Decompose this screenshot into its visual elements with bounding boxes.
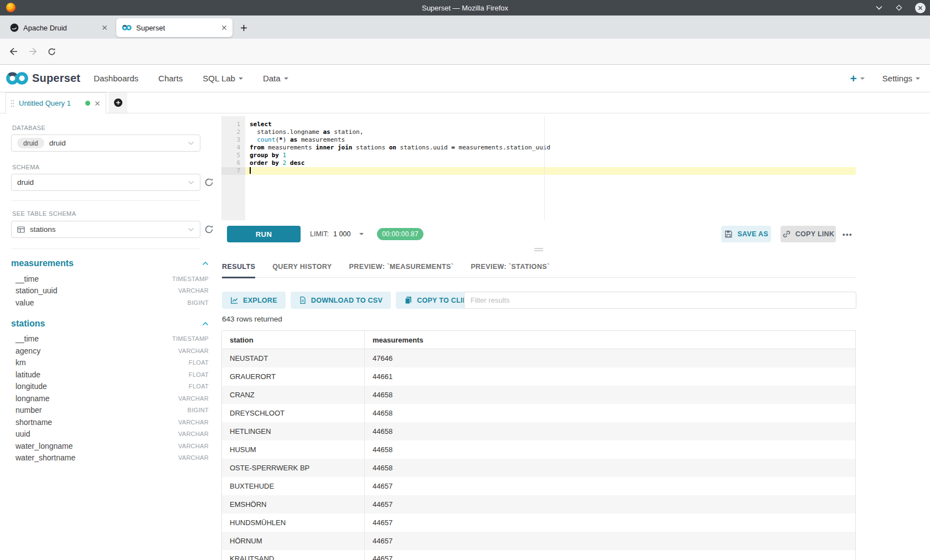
tab-preview-stations[interactable]: PREVIEW: `STATIONS` (471, 256, 549, 278)
schema-section-header[interactable]: measurements (11, 256, 209, 271)
table-schema-select[interactable]: stations (11, 221, 200, 238)
tab-results[interactable]: RESULTS (222, 256, 255, 278)
column-name: number (16, 406, 42, 414)
back-button[interactable] (7, 44, 21, 59)
cell-measurements: 44657 (365, 514, 856, 532)
chevron-up-icon[interactable] (202, 261, 209, 266)
tab-query-history[interactable]: QUERY HISTORY (272, 256, 332, 278)
query-timer-badge: 00:00:00.87 (377, 228, 423, 240)
cell-measurements: 44658 (365, 386, 856, 404)
table-row: OSTE-SPERRWERK BP44658 (222, 459, 856, 477)
limit-value: 1 000 (333, 230, 350, 238)
schema-column-row: uuidVARCHAR (11, 428, 209, 440)
column-name: agency (16, 346, 40, 355)
code-line: order by 2 desc (245, 159, 856, 167)
cell-measurements: 44658 (365, 440, 856, 459)
limit-dropdown[interactable]: LIMIT: 1 000 (310, 226, 364, 242)
chevron-up-icon[interactable] (202, 322, 209, 326)
code-line: stations.longname as station, (245, 128, 856, 136)
tab-title: Superset (136, 24, 217, 32)
table-schema-panel: measurements__timeTIMESTAMPstation_uuidV… (11, 256, 209, 464)
schema-section-header[interactable]: stations (11, 317, 209, 331)
close-query-tab-icon[interactable] (95, 101, 100, 106)
application-window: Superset — Mozilla Firefox Apache Druid (0, 0, 930, 560)
column-name: shortname (16, 418, 52, 427)
settings-label: Settings (882, 74, 912, 83)
explore-button[interactable]: EXPLORE (222, 292, 286, 309)
superset-logo[interactable]: Superset (6, 71, 80, 86)
table-row: HUSUM44658 (222, 440, 856, 459)
save-as-button[interactable]: SAVE AS (721, 226, 771, 242)
column-header-measurements[interactable]: measurements (365, 331, 856, 349)
schema-table-name: measurements (11, 258, 74, 268)
tab-preview-measurements[interactable]: PREVIEW: `MEASUREMENTS` (349, 256, 454, 278)
line-number: 3 (221, 136, 240, 144)
nav-item-charts[interactable]: Charts (158, 74, 183, 83)
schema-column-row: kmFLOAT (11, 357, 209, 369)
brand-title: Superset (32, 72, 80, 85)
explore-label: EXPLORE (243, 297, 277, 304)
chevron-down-icon (359, 233, 364, 235)
editor-code-area[interactable]: select stations.longname as station, cou… (245, 116, 856, 220)
pane-splitter-handle[interactable] (534, 248, 543, 251)
refresh-tables-icon[interactable] (204, 225, 214, 235)
table-icon (17, 226, 25, 234)
nav-item-label: Dashboards (94, 74, 138, 83)
window-titlebar: Superset — Mozilla Firefox (0, 0, 930, 15)
cell-measurements: 44658 (365, 459, 856, 477)
new-tab-button[interactable] (237, 21, 250, 34)
column-type: BIGINT (188, 407, 209, 413)
nav-item-label: Charts (158, 74, 183, 83)
table-select-value: stations (30, 225, 56, 234)
query-tab-untitled-query-1[interactable]: Untitled Query 1 (6, 92, 106, 113)
tab-close-icon[interactable] (102, 25, 107, 30)
floppy-disk-icon (724, 230, 733, 238)
schema-select[interactable]: druid (11, 174, 200, 191)
schema-column-row: longitudeFLOAT (11, 381, 209, 393)
settings-menu[interactable]: Settings (882, 74, 920, 83)
download-csv-button[interactable]: DOWNLOAD TO CSV (291, 292, 391, 309)
browser-tab-apache-druid[interactable]: Apache Druid (4, 18, 113, 37)
window-minimize-icon[interactable] (875, 5, 883, 11)
database-select[interactable]: druid druid (11, 134, 200, 152)
cell-station: HUSUM (222, 440, 365, 459)
schema-column-row: shortnameVARCHAR (11, 416, 209, 428)
table-row: BUXTEHUDE44657 (222, 477, 856, 495)
nav-item-data[interactable]: Data (263, 74, 288, 83)
cell-station: NEUSTADT (222, 349, 365, 367)
schema-column-row: latitudeFLOAT (11, 369, 209, 381)
browser-tabstrip: Apache Druid Superset (0, 15, 930, 39)
tab-close-icon[interactable] (221, 25, 227, 30)
forward-button[interactable] (25, 44, 40, 59)
text-cursor (250, 167, 251, 174)
table-row: GRAUERORT44661 (222, 367, 856, 386)
cell-measurements: 44657 (365, 550, 856, 560)
copy-link-button[interactable]: COPY LINK (781, 226, 836, 242)
nav-item-sql-lab[interactable]: SQL Lab (203, 74, 243, 83)
table-row: NEUSTADT47646 (222, 349, 856, 367)
more-options-button[interactable]: ••• (839, 226, 856, 242)
nav-item-label: Data (263, 74, 281, 83)
database-engine-pill: druid (17, 138, 44, 148)
filter-results-input[interactable] (464, 292, 856, 309)
run-button[interactable]: RUN (227, 226, 301, 242)
browser-tab-superset[interactable]: Superset (116, 18, 232, 37)
code-line: count(*) as measurements (245, 136, 856, 144)
results-tab-bar: RESULTSQUERY HISTORYPREVIEW: `MEASUREMEN… (221, 256, 856, 278)
column-type: VARCHAR (178, 287, 209, 294)
schema-column-row: agencyVARCHAR (11, 345, 209, 357)
cell-station: GRAUERORT (222, 367, 365, 386)
save-as-label: SAVE AS (737, 230, 768, 238)
window-maximize-icon[interactable] (895, 4, 903, 12)
code-line: select (245, 121, 856, 128)
nav-item-dashboards[interactable]: Dashboards (94, 74, 138, 83)
refresh-schemas-icon[interactable] (204, 178, 214, 188)
window-close-button[interactable] (915, 3, 926, 13)
new-item-button[interactable]: + (850, 73, 865, 84)
column-header-station[interactable]: station (222, 331, 365, 349)
add-query-tab-button[interactable] (108, 92, 127, 113)
reload-button[interactable] (44, 44, 59, 59)
cell-station: CRANZ (222, 386, 365, 404)
column-name: longitude (16, 382, 47, 391)
sql-editor[interactable]: 1234567 select stations.longname as stat… (221, 116, 856, 220)
